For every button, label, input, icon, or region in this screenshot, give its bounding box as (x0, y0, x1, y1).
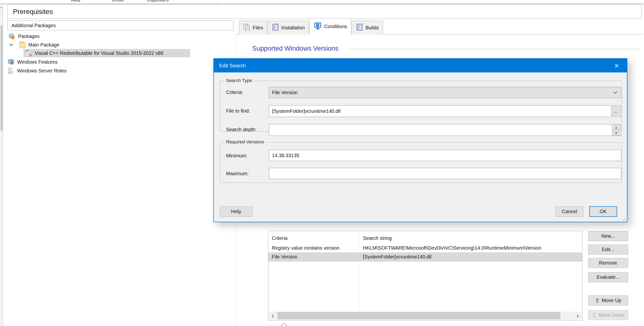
table-column-divider (360, 231, 360, 311)
dialog-title: Edit Search (219, 63, 246, 69)
files-icon (243, 24, 250, 32)
chevron-down-icon[interactable] (9, 44, 13, 46)
maximum-label: Maximum: (226, 171, 248, 177)
search-depth-input[interactable] (269, 124, 621, 136)
horizontal-scrollbar[interactable]: ‹ › (268, 311, 582, 320)
left-panel-header: Additional Packages (7, 21, 234, 30)
left-gutter (0, 5, 3, 326)
spinner-down-icon[interactable]: ▼ (612, 130, 620, 135)
checklist-icon (272, 24, 279, 32)
ribbon-separator (178, 0, 178, 3)
ribbon-group-clipboard: Clipboard (142, 0, 174, 3)
minimum-label: Minimum: (226, 153, 247, 158)
edit-button[interactable]: Edit... (588, 244, 628, 255)
edit-search-dialog: Edit Search × Search Type Criteria: File… (213, 58, 628, 222)
help-button[interactable]: Help (220, 206, 252, 217)
tab-conditions[interactable]: ? Conditions (310, 18, 352, 35)
resize-grip[interactable] (621, 216, 625, 220)
move-down-button: ⇩ Move Down (588, 310, 628, 320)
page-title: Prerequisites (7, 5, 642, 19)
section-heading-rule (350, 49, 640, 49)
tree-item-main-package[interactable]: Main Package (9, 41, 60, 49)
packages-icon (8, 33, 16, 40)
scroll-right-icon[interactable]: › (574, 311, 582, 320)
cancel-button[interactable]: Cancel (556, 206, 584, 217)
dialog-title-bar[interactable]: Edit Search (214, 59, 627, 72)
column-header-search-string: Search string (363, 235, 578, 241)
ribbon-separator (138, 0, 138, 3)
tree-item-vc-redistributable[interactable]: Visual C++ Redistributable for Visual St… (25, 49, 163, 57)
move-up-icon: ⇧ (595, 298, 600, 303)
spinner-up-icon[interactable]: ▲ (612, 125, 620, 130)
ribbon-separator (104, 0, 104, 3)
svg-text:?: ? (317, 24, 318, 27)
windows-features-icon (7, 58, 15, 66)
minimum-input[interactable] (269, 150, 621, 161)
browse-button[interactable]: ... (611, 106, 620, 116)
app-window: Add Undo Clipboard Prerequisites Additio… (0, 0, 644, 326)
close-icon[interactable]: × (610, 59, 624, 72)
tab-files[interactable]: Files (239, 21, 267, 35)
criteria-label: Criteria: (226, 89, 243, 95)
windows-server-roles-icon (7, 67, 15, 74)
ribbon-group-add: Add (64, 0, 88, 3)
gutter-tick (0, 7, 2, 8)
tree-item-windows-server-roles[interactable]: Windows Server Roles (7, 67, 66, 75)
section-heading: Supported Windows Versions (252, 45, 338, 52)
evaluate-button[interactable]: Evaluate... (588, 272, 628, 282)
tree-item-windows-features[interactable]: Windows Features (7, 58, 58, 66)
file-to-find-input[interactable] (269, 105, 621, 117)
search-depth-label: Search depth: (226, 126, 256, 132)
ribbon-separator (217, 0, 217, 3)
search-conditions-table: Criteria Search string Registry value co… (268, 231, 582, 320)
ribbon-group-undo: Undo (107, 0, 129, 3)
maximum-input[interactable] (269, 168, 621, 179)
column-header-criteria: Criteria (272, 235, 357, 241)
prerequisite-icon (25, 49, 32, 57)
left-gutter-scroll[interactable] (0, 26, 3, 131)
conditions-icon: ? (314, 22, 322, 31)
new-button[interactable]: New... (588, 231, 628, 241)
scrollbar-thumb[interactable] (278, 312, 560, 319)
file-to-find-label: File to find: (226, 108, 250, 114)
scroll-left-icon[interactable]: ‹ (268, 311, 277, 320)
criteria-dropdown[interactable]: File Version (269, 87, 621, 98)
radio-button-partial[interactable] (280, 323, 287, 326)
tab-bar: Files Installation ? (239, 18, 384, 35)
tab-installation[interactable]: Installation (268, 21, 309, 35)
remove-button[interactable]: Remove (588, 258, 628, 268)
table-row-selected[interactable]: File Version [SystemFolder]vcruntime140.… (268, 252, 582, 262)
ribbon-separator (50, 0, 50, 3)
ok-button[interactable]: OK (589, 206, 617, 217)
checklist-icon (356, 24, 363, 32)
move-down-icon: ⇩ (592, 312, 596, 318)
tab-builds[interactable]: Builds (352, 21, 383, 35)
ribbon-strip: Add Undo Clipboard (0, 0, 644, 3)
tree-item-packages[interactable]: Packages (8, 32, 40, 40)
move-up-button[interactable]: ⇧ Move Up (588, 295, 628, 305)
folder-icon (19, 41, 26, 49)
chevron-down-icon (613, 91, 618, 94)
